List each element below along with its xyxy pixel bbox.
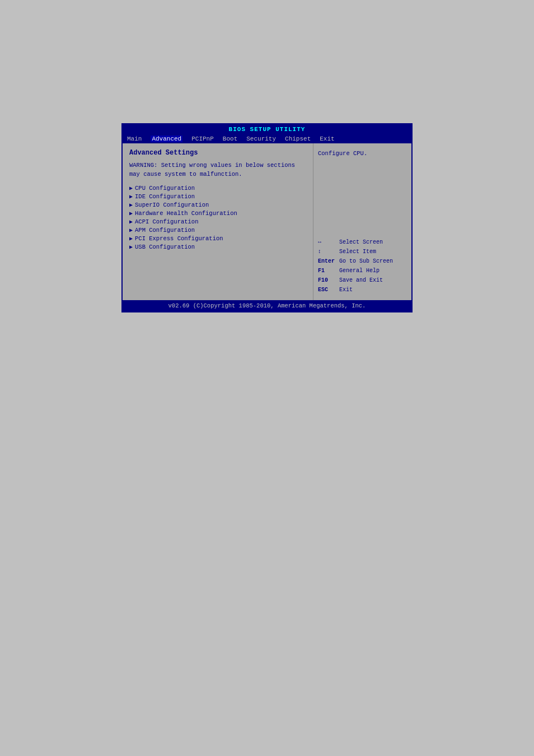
arrow-icon: ▶ [129, 193, 133, 200]
menu-label-ide: IDE Configuration [135, 193, 195, 200]
warning-line2: may cause system to malfunction. [129, 171, 242, 178]
key-help-row-f10: F10 Save and Exit [318, 276, 407, 285]
bios-sidebar-panel: Configure CPU. ↔ Select Screen ↕ Select … [313, 143, 411, 300]
menu-label-superio: SuperIO Configuration [135, 202, 209, 208]
bios-body: Advanced Settings WARNING: Setting wrong… [123, 143, 411, 300]
menu-usb-configuration[interactable]: ▶ USB Configuration [129, 244, 306, 250]
key-ud-desc: Select Item [339, 247, 376, 256]
menu-item-advanced[interactable]: Advanced [151, 136, 182, 142]
arrow-icon: ▶ [129, 185, 133, 192]
menu-item-security[interactable]: Security [246, 136, 276, 142]
warning-line1: WARNING: Setting wrong values in below s… [129, 162, 295, 169]
menu-label-cpu: CPU Configuration [135, 185, 195, 192]
key-enter: Enter [318, 256, 339, 266]
bios-menu-bar: Main Advanced PCIPnP Boot Security Chips… [123, 134, 411, 143]
bios-window: BIOS SETUP UTILITY Main Advanced PCIPnP … [121, 123, 413, 312]
key-lr-desc: Select Screen [339, 237, 383, 247]
menu-ide-configuration[interactable]: ▶ IDE Configuration [129, 193, 306, 200]
menu-item-exit[interactable]: Exit [320, 136, 334, 142]
menu-acpi-configuration[interactable]: ▶ ACPI Configuration [129, 218, 306, 225]
footer-text: v02.69 (C)Copyright 1985-2010, American … [168, 302, 366, 309]
key-f10-desc: Save and Exit [339, 276, 383, 285]
key-ud: ↕ [318, 247, 339, 256]
menu-superio-configuration[interactable]: ▶ SuperIO Configuration [129, 202, 306, 208]
arrow-icon: ▶ [129, 244, 133, 250]
menu-label-apm: APM Configuration [135, 227, 195, 234]
menu-hardware-health-configuration[interactable]: ▶ Hardware Health Configuration [129, 210, 306, 217]
key-enter-desc: Go to Sub Screen [339, 256, 393, 266]
menu-item-main[interactable]: Main [127, 136, 142, 142]
section-title: Advanced Settings [129, 149, 306, 157]
menu-label-usb: USB Configuration [135, 244, 195, 250]
bios-title-bar: BIOS SETUP UTILITY [123, 124, 411, 134]
key-help-row-f1: F1 General Help [318, 266, 407, 276]
menu-item-pcipnp[interactable]: PCIPnP [191, 136, 214, 142]
menu-pci-express-configuration[interactable]: ▶ PCI Express Configuration [129, 235, 306, 242]
menu-item-chipset[interactable]: Chipset [285, 136, 311, 142]
key-help-row-esc: ESC Exit [318, 285, 407, 295]
key-help-section: ↔ Select Screen ↕ Select Item Enter Go t… [318, 237, 407, 295]
menu-item-boot[interactable]: Boot [223, 136, 237, 142]
key-help-row-enter: Enter Go to Sub Screen [318, 256, 407, 266]
arrow-icon: ▶ [129, 235, 133, 242]
bios-main-panel: Advanced Settings WARNING: Setting wrong… [123, 143, 313, 300]
key-f1: F1 [318, 266, 339, 276]
key-f10: F10 [318, 276, 339, 285]
arrow-icon: ▶ [129, 227, 133, 234]
key-esc-desc: Exit [339, 285, 353, 295]
menu-label-pci-express: PCI Express Configuration [135, 235, 223, 242]
menu-apm-configuration[interactable]: ▶ APM Configuration [129, 227, 306, 234]
bios-footer: v02.69 (C)Copyright 1985-2010, American … [123, 300, 411, 311]
menu-label-acpi: ACPI Configuration [135, 218, 198, 225]
arrow-icon: ▶ [129, 218, 133, 225]
warning-text: WARNING: Setting wrong values in below s… [129, 161, 306, 179]
arrow-icon: ▶ [129, 202, 133, 208]
key-help-row-ud: ↕ Select Item [318, 247, 407, 256]
menu-cpu-configuration[interactable]: ▶ CPU Configuration [129, 185, 306, 192]
key-f1-desc: General Help [339, 266, 380, 276]
menu-label-hardware-health: Hardware Health Configuration [135, 210, 237, 217]
help-text: Configure CPU. [318, 149, 407, 158]
key-help-row-lr: ↔ Select Screen [318, 237, 407, 247]
key-lr: ↔ [318, 237, 339, 247]
arrow-icon: ▶ [129, 210, 133, 217]
bios-title: BIOS SETUP UTILITY [229, 126, 306, 133]
key-esc: ESC [318, 285, 339, 295]
